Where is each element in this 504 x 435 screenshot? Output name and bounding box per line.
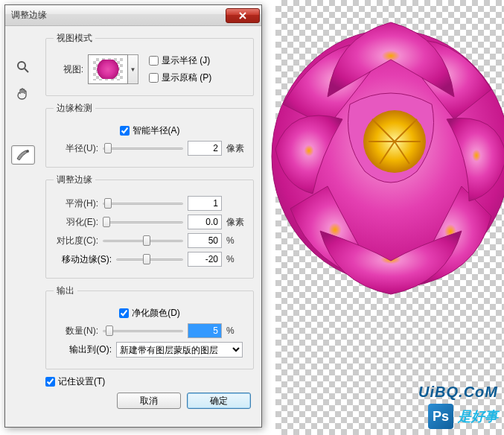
edge-detection-legend: 边缘检测 xyxy=(54,102,95,115)
radius-input[interactable] xyxy=(188,141,222,156)
watermark-text: 是好事 xyxy=(458,407,498,425)
cancel-button[interactable]: 取消 xyxy=(117,393,181,409)
feather-slider[interactable] xyxy=(103,215,183,229)
contrast-slider[interactable] xyxy=(103,234,183,247)
brush-icon xyxy=(16,148,31,162)
smooth-input[interactable] xyxy=(188,196,222,211)
shift-label: 移动边缘(S): xyxy=(54,253,112,266)
button-row: 取消 确定 xyxy=(13,388,254,409)
edge-detection-group: 边缘检测 智能半径(A) 半径(U): 像素 xyxy=(45,102,254,168)
canvas-area[interactable]: UiBQ.CoM Ps 是好事 xyxy=(275,0,504,435)
remember-checkbox[interactable]: 记住设置(T) xyxy=(45,375,254,388)
watermark-url: UiBQ.CoM xyxy=(418,384,498,401)
amount-input[interactable] xyxy=(188,323,222,338)
ps-logo: Ps xyxy=(428,404,453,429)
output-to-select[interactable]: 新建带有图层蒙版的图层 xyxy=(116,342,243,358)
contrast-label: 对比度(C): xyxy=(54,235,98,247)
feather-unit: 像素 xyxy=(226,216,246,229)
watermark: Ps 是好事 xyxy=(428,404,498,429)
decontaminate-label: 净化颜色(D) xyxy=(132,307,180,320)
smart-radius-label: 智能半径(A) xyxy=(133,124,180,137)
refine-edge-dialog: 调整边缘 视图模式 视图: ▼ xyxy=(4,4,262,428)
zoom-tool[interactable] xyxy=(11,57,35,77)
refine-brush-tool[interactable] xyxy=(11,145,35,165)
svg-line-9 xyxy=(25,69,28,72)
amount-label: 数量(N): xyxy=(54,325,98,337)
contrast-input[interactable] xyxy=(188,233,222,248)
titlebar[interactable]: 调整边缘 xyxy=(5,5,261,26)
hand-tool[interactable] xyxy=(11,84,35,104)
radius-label: 半径(U): xyxy=(54,142,98,155)
magnifier-icon xyxy=(16,60,30,74)
show-original-checkbox[interactable]: 显示原稿 (P) xyxy=(149,72,211,84)
svg-point-8 xyxy=(18,62,25,69)
view-mode-group: 视图模式 视图: ▼ 显示半径 (J) 显示原稿 (P) xyxy=(45,32,254,96)
radius-slider[interactable] xyxy=(103,142,183,155)
show-radius-checkbox[interactable]: 显示半径 (J) xyxy=(149,54,211,67)
remember-label: 记住设置(T) xyxy=(58,375,105,388)
feather-label: 羽化(E): xyxy=(54,216,98,229)
amount-unit: % xyxy=(226,326,246,336)
smooth-label: 平滑(H): xyxy=(54,197,98,210)
chevron-down-icon[interactable]: ▼ xyxy=(128,54,138,84)
smooth-slider[interactable] xyxy=(103,197,183,210)
hand-icon xyxy=(16,87,30,101)
output-to-label: 输出到(O): xyxy=(54,343,112,356)
svg-point-10 xyxy=(26,150,29,153)
close-button[interactable] xyxy=(226,8,260,23)
dialog-title: 调整边缘 xyxy=(11,9,226,22)
amount-slider[interactable] xyxy=(103,324,183,337)
ok-button[interactable]: 确定 xyxy=(187,393,251,409)
view-preview-combo[interactable]: ▼ xyxy=(88,54,138,84)
decontaminate-checkbox[interactable]: 净化颜色(D) xyxy=(119,307,180,320)
shift-slider[interactable] xyxy=(116,253,183,266)
close-icon xyxy=(239,12,246,19)
show-original-label: 显示原稿 (P) xyxy=(162,72,211,84)
shift-unit: % xyxy=(226,254,246,264)
refine-group: 调整边缘 平滑(H): 羽化(E): 像素 对比度(C): % 移动边缘(S): xyxy=(45,174,254,279)
flower-image xyxy=(268,15,504,298)
smart-radius-checkbox[interactable]: 智能半径(A) xyxy=(120,124,180,137)
feather-input[interactable] xyxy=(188,215,222,229)
output-group: 输出 净化颜色(D) 数量(N): % 输出到(O): 新建带有图层蒙版的图层 xyxy=(45,285,254,369)
contrast-unit: % xyxy=(226,235,246,246)
output-legend: 输出 xyxy=(54,285,77,297)
tool-column xyxy=(11,57,38,165)
view-label: 视图: xyxy=(54,63,83,76)
show-radius-label: 显示半径 (J) xyxy=(162,54,210,67)
shift-input[interactable] xyxy=(188,252,222,267)
refine-legend: 调整边缘 xyxy=(54,174,95,186)
radius-unit: 像素 xyxy=(226,142,246,155)
view-preview xyxy=(88,54,128,84)
view-mode-legend: 视图模式 xyxy=(54,32,95,45)
